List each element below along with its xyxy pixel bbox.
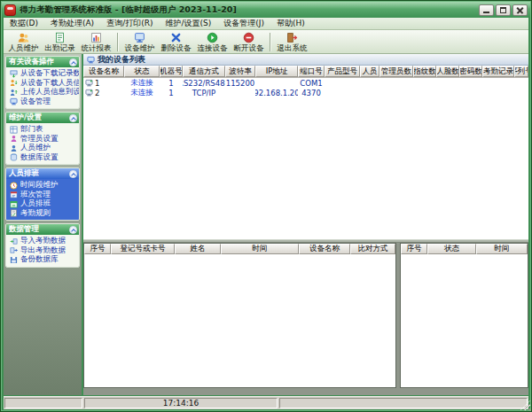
realtime-records-column-header[interactable]: 比对方式 xyxy=(350,244,395,254)
device-column-header[interactable]: 产品型号 xyxy=(325,66,360,77)
device-column-header[interactable]: 状态 xyxy=(124,66,160,77)
device-column-header[interactable]: 设备名称 xyxy=(83,66,124,77)
device-column-header[interactable]: 指纹数 xyxy=(413,66,436,77)
device-cell xyxy=(325,88,360,97)
toolbar-exit-button[interactable]: 退出系统 xyxy=(274,30,310,53)
device-column-header[interactable]: 波特率 xyxy=(225,66,255,77)
sidebar-item[interactable]: 从设备下载记录数据 xyxy=(8,69,79,79)
import-icon xyxy=(10,237,18,245)
toolbar-people-button[interactable]: 人员维护 xyxy=(5,30,42,53)
menu-item[interactable]: 帮助(H) xyxy=(270,18,311,29)
sidebar-item-label: 上传人员信息到设备 xyxy=(20,88,79,97)
device-column-header[interactable]: 考勤记录 xyxy=(482,66,514,77)
collapse-chevron-icon[interactable] xyxy=(69,58,77,66)
sidebar-item[interactable]: 设备管理 xyxy=(8,97,79,107)
sidebar-item[interactable]: 管理员设置 xyxy=(8,135,79,144)
exit-icon xyxy=(286,32,298,43)
toolbar-separator xyxy=(117,33,119,51)
toolbar-button-label: 人员维护 xyxy=(9,43,39,52)
menu-item[interactable]: 数据(D) xyxy=(4,18,44,29)
sidebar: 有关设备操作从设备下载记录数据从设备下载人员信息上传人员信息到设备设备管理维护/… xyxy=(4,54,82,395)
minimize-button[interactable] xyxy=(479,4,494,16)
device-column-header[interactable]: 人员 xyxy=(360,66,379,77)
database-icon xyxy=(10,153,18,161)
close-button[interactable] xyxy=(512,4,528,16)
window-controls xyxy=(477,4,528,16)
sidebar-item[interactable]: 班次管理 xyxy=(8,190,79,200)
toolbar-record-button[interactable]: 出勤记录 xyxy=(42,30,78,53)
sidebar-section: 数据管理导入考勤数据导出考勤数据备份数据库 xyxy=(5,223,80,268)
status-segment-time: 17:14:16 xyxy=(84,398,278,408)
sidebar-item-label: 人员排班 xyxy=(20,199,51,209)
sidebar-section: 人员排班时间段维护班次管理人员排班考勤规则 xyxy=(5,167,80,221)
sidebar-item[interactable]: 数据库设置 xyxy=(8,153,79,163)
sidebar-section-header[interactable]: 有关设备操作 xyxy=(6,57,79,67)
menu-item[interactable]: 维护/设置(S) xyxy=(159,18,217,29)
toolbar-delete-device-button[interactable]: 删除设备 xyxy=(158,30,194,53)
sidebar-item[interactable]: 时间段维护 xyxy=(8,181,79,190)
device-column-header[interactable]: 通信方式 xyxy=(183,66,225,77)
device-cell xyxy=(360,88,379,97)
device-cell: TCP/IP xyxy=(183,88,225,97)
device-column-header[interactable]: IP地址 xyxy=(255,66,298,77)
realtime-records-column-header[interactable]: 设备名称 xyxy=(299,244,350,254)
people-icon xyxy=(18,32,29,43)
toolbar-disconnect-button[interactable]: 断开设备 xyxy=(231,30,267,53)
sidebar-item[interactable]: 导出考勤数据 xyxy=(8,246,79,256)
device-name: 2 xyxy=(95,89,99,97)
sidebar-section: 维护/设置部门表管理员设置人员维护数据库设置 xyxy=(5,112,80,165)
sidebar-item[interactable]: 从设备下载人员信息 xyxy=(8,79,79,89)
sidebar-item[interactable]: 上传人员信息到设备 xyxy=(8,88,79,97)
realtime-status-header: 序号状态时间 xyxy=(401,244,528,254)
sidebar-item[interactable]: 导入考勤数据 xyxy=(8,237,79,246)
realtime-status-column-header[interactable]: 序号 xyxy=(401,244,427,254)
collapse-chevron-icon[interactable] xyxy=(69,226,77,234)
collapse-chevron-icon[interactable] xyxy=(69,114,77,122)
menu-item[interactable]: 设备管理(J) xyxy=(217,18,270,29)
toolbar-device-button[interactable]: 设备维护 xyxy=(121,30,158,53)
sidebar-item-label: 设备管理 xyxy=(20,97,51,107)
maximize-button[interactable] xyxy=(496,4,511,16)
realtime-records-column-header[interactable]: 登记号或卡号 xyxy=(111,244,175,254)
realtime-status-column-header[interactable]: 时间 xyxy=(476,244,528,254)
sidebar-item[interactable]: 考勤规则 xyxy=(8,209,79,219)
sidebar-item[interactable]: 人员排班 xyxy=(8,199,79,209)
device-row[interactable]: 1未连接1RS232/RS485115200COM1 xyxy=(83,78,528,88)
sidebar-section-title: 维护/设置 xyxy=(9,113,42,123)
toolbar-button-label: 设备维护 xyxy=(125,43,155,52)
toolbar-connect-button[interactable]: 连接设备 xyxy=(194,30,231,53)
device-column-header[interactable]: 管理员数 xyxy=(379,66,413,77)
sidebar-section-body: 导入考勤数据导出考勤数据备份数据库 xyxy=(6,235,79,267)
device-column-header[interactable]: 密码数 xyxy=(459,66,482,77)
sidebar-section-header[interactable]: 人员排班 xyxy=(6,168,79,179)
device-cell: 192.168.1.201 xyxy=(255,88,298,97)
device-column-header[interactable]: 序列号 xyxy=(514,66,528,77)
time-icon xyxy=(10,182,18,190)
sidebar-item-label: 备份数据库 xyxy=(20,255,59,265)
realtime-status-column-header[interactable]: 状态 xyxy=(427,244,476,254)
sidebar-item[interactable]: 人员维护 xyxy=(8,144,79,153)
realtime-records-column-header[interactable]: 序号 xyxy=(84,244,111,254)
device-column-header[interactable]: 人脸数 xyxy=(436,66,459,77)
sidebar-item-label: 从设备下载记录数据 xyxy=(20,69,79,79)
realtime-records-column-header[interactable]: 姓名 xyxy=(175,244,221,254)
device-row[interactable]: 2未连接1TCP/IP192.168.1.2014370 xyxy=(83,88,528,97)
toolbar-button-label: 退出系统 xyxy=(278,43,308,52)
sidebar-item[interactable]: 备份数据库 xyxy=(8,255,79,265)
device-cell xyxy=(255,78,298,88)
sidebar-section-header[interactable]: 维护/设置 xyxy=(6,113,79,123)
sidebar-item-label: 数据库设置 xyxy=(20,153,59,163)
sidebar-section-header[interactable]: 数据管理 xyxy=(6,224,79,235)
sidebar-item[interactable]: 部门表 xyxy=(8,125,79,135)
sidebar-item-label: 班次管理 xyxy=(20,190,51,200)
realtime-records-column-header[interactable]: 时间 xyxy=(221,244,299,254)
toolbar-report-button[interactable]: 统计报表 xyxy=(78,30,114,53)
device-column-header[interactable]: 机器号 xyxy=(160,66,183,77)
device-cell xyxy=(459,78,482,88)
menu-item[interactable]: 考勤处理(A) xyxy=(44,18,100,29)
device-cell: 1 xyxy=(160,78,183,88)
sidebar-item-label: 人员维护 xyxy=(20,144,51,153)
collapse-chevron-icon[interactable] xyxy=(69,170,77,178)
menu-item[interactable]: 查询/打印(R) xyxy=(100,18,159,29)
device-column-header[interactable]: 端口号 xyxy=(298,66,325,77)
